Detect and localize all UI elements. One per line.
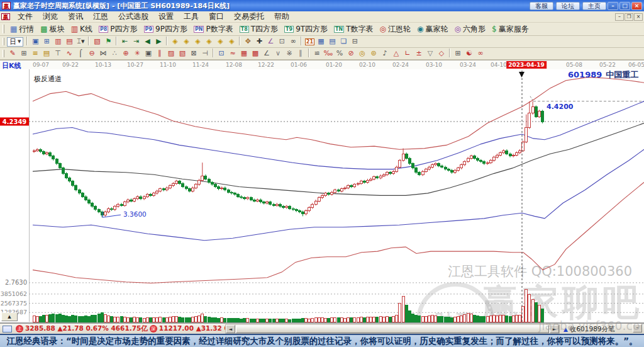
arc-tool-icon[interactable]: ∿ bbox=[64, 48, 75, 59]
save-icon[interactable]: ❏ bbox=[338, 37, 349, 47]
volume-pane-toggle-button[interactable]: ▲ bbox=[1, 312, 18, 321]
toolbar-winner-wheel[interactable]: ◉ 赢家轮 bbox=[414, 23, 451, 35]
measure-tool-icon[interactable]: ∠ bbox=[265, 37, 276, 47]
pattern-tool-icon[interactable]: ▦ bbox=[238, 48, 250, 59]
percent-tool-icon[interactable]: % bbox=[334, 48, 345, 59]
menu-item[interactable]: 文件 bbox=[13, 11, 38, 23]
percent-line-tool-icon[interactable]: ⊘ bbox=[345, 48, 357, 59]
toolbar-9p-square[interactable]: P9 9P四方形 bbox=[141, 23, 191, 35]
ref-mark-tool-icon[interactable]: ※ bbox=[284, 48, 295, 59]
candle-style-dropdown[interactable]: ⌶▾ bbox=[75, 37, 86, 47]
toolbar-t-square[interactable]: T8 T四方形 bbox=[236, 23, 281, 35]
toolbar-kline[interactable]: ▥ K线 bbox=[68, 23, 96, 35]
diamond-center-icon[interactable]: ◈ bbox=[203, 37, 214, 47]
menu-item[interactable]: 交易委托 bbox=[229, 11, 269, 23]
circle-tool-icon[interactable]: ⊖ bbox=[86, 48, 97, 59]
calculator-icon[interactable]: ▦ bbox=[315, 37, 326, 47]
fan-tool-icon[interactable]: ≈ bbox=[227, 48, 238, 59]
kline-chart-icon[interactable]: ▤ bbox=[64, 37, 75, 47]
tick-data-link[interactable]: ▲ 收601989分笔 bbox=[564, 325, 615, 334]
mdi-minimize-button[interactable]: – bbox=[615, 13, 624, 21]
toolbar-gann-wheel[interactable]: ◎ 江恩轮 bbox=[377, 23, 414, 35]
titlebar-link-button[interactable]: 论坛 bbox=[556, 2, 580, 10]
first-bar-icon[interactable]: ⇤ bbox=[119, 37, 130, 47]
tick-tool-icon[interactable]: ⊣ bbox=[199, 48, 211, 59]
tower2-tool-icon[interactable]: ▧ bbox=[177, 48, 188, 59]
close-button[interactable]: × bbox=[631, 2, 642, 10]
scroll-left-button[interactable]: ◄ bbox=[226, 325, 235, 333]
right-angle-tool-icon[interactable]: ∟ bbox=[402, 48, 413, 59]
permille-tool-icon[interactable]: ‰ bbox=[323, 48, 334, 59]
menu-item[interactable]: 窗口 bbox=[204, 11, 229, 23]
frame-tool-icon[interactable]: ⊡ bbox=[216, 48, 227, 59]
menu-item[interactable]: 江恩 bbox=[88, 11, 113, 23]
menu-item[interactable]: 浏览 bbox=[38, 11, 63, 23]
dots-tool-icon[interactable]: ∴ bbox=[109, 48, 120, 59]
infinity-tool-icon[interactable]: ∞ bbox=[475, 48, 486, 59]
menu-item[interactable]: 设置 bbox=[153, 11, 179, 23]
next-bar-icon[interactable]: ▶ bbox=[153, 37, 164, 47]
toolbar-p-table[interactable]: PN P数字表 bbox=[191, 23, 236, 35]
prev-bar-icon[interactable]: ◀ bbox=[142, 37, 153, 47]
angle-tool-icon[interactable]: ∠ bbox=[261, 48, 272, 59]
diamond-tool-icon[interactable]: ◇ bbox=[436, 48, 447, 59]
titlebar-link-button[interactable]: 主页 bbox=[582, 2, 606, 10]
bowtie-tool-icon[interactable]: ⋈ bbox=[97, 48, 109, 59]
menu-item[interactable]: 工具 bbox=[179, 11, 204, 23]
tri-down-tool-icon[interactable]: ▽ bbox=[425, 48, 436, 59]
pane-collapse-button[interactable]: – bbox=[633, 324, 642, 333]
scrollbar-thumb[interactable] bbox=[236, 325, 549, 333]
shanghai-index-quote[interactable]: 3285.88 ▲21.78 0.67% 4661.75亿 bbox=[25, 324, 148, 333]
diamond-nav-right-icon[interactable]: ◈ bbox=[180, 37, 192, 47]
toolbar-t-table[interactable]: TN T数字表 bbox=[331, 23, 377, 35]
diamond-vshrink-icon[interactable]: ◈ bbox=[226, 37, 237, 47]
menu-item[interactable]: 资讯 bbox=[63, 11, 88, 23]
target-tool-icon[interactable]: ⊕ bbox=[120, 48, 131, 59]
diamond-nav-left-icon[interactable]: ◈ bbox=[169, 37, 180, 47]
pattern-box-icon[interactable]: ⊡ bbox=[276, 37, 287, 47]
minimize-button[interactable]: – bbox=[608, 2, 618, 10]
toolbar-hexagon[interactable]: ◎ 六角形 bbox=[452, 23, 489, 35]
lines-tool-icon[interactable]: ∥ bbox=[295, 48, 306, 59]
parallel-tool-icon[interactable]: ∥ bbox=[154, 48, 165, 59]
binoculars-icon[interactable]: ∞ bbox=[287, 37, 299, 47]
yinyang-tool-icon[interactable]: ☯ bbox=[464, 48, 475, 59]
gold-grid-tool-icon[interactable]: ▤ bbox=[41, 48, 52, 59]
signal-flag-icon[interactable]: ⚑ bbox=[103, 37, 114, 47]
tower-tool-icon[interactable]: ▨ bbox=[165, 48, 177, 59]
congruence-tool-icon[interactable]: ≌ bbox=[311, 48, 323, 59]
titlebar-link-button[interactable]: 客服 bbox=[530, 2, 553, 10]
gold-circle2-tool-icon[interactable]: ⊚ bbox=[368, 48, 379, 59]
window-layout-icon[interactable]: ▣ bbox=[30, 37, 41, 47]
box-tool-icon[interactable]: ▣ bbox=[143, 48, 154, 59]
note-tool-icon[interactable]: ♪ bbox=[379, 48, 391, 59]
gann-square-tool-icon[interactable]: ⊞ bbox=[18, 48, 30, 59]
plusminus-tool-icon[interactable]: ± bbox=[413, 48, 425, 59]
scroll-right-button[interactable]: ► bbox=[550, 325, 559, 333]
mdi-restore-button[interactable]: ❐ bbox=[625, 13, 633, 21]
calendar-21-icon[interactable]: 21 bbox=[304, 37, 315, 47]
maximize-button[interactable]: □ bbox=[619, 2, 630, 10]
kline-red-icon[interactable]: ▥ bbox=[52, 37, 64, 47]
triangle-tool-icon[interactable]: △ bbox=[391, 48, 402, 59]
gold-circle-tool-icon[interactable]: ◎ bbox=[357, 48, 368, 59]
grid2-tool-icon[interactable]: ⊠ bbox=[188, 48, 199, 59]
toolbar-p-square[interactable]: P8 P四方形 bbox=[96, 23, 141, 35]
service-truck-icon[interactable]: ⊟ bbox=[349, 37, 360, 47]
wave-tool-icon[interactable]: ∨ bbox=[272, 48, 284, 59]
diamond-vexpand-icon[interactable]: ◈ bbox=[214, 37, 226, 47]
mdi-close-button[interactable]: × bbox=[634, 13, 643, 21]
star-tool-icon[interactable]: ✳ bbox=[131, 48, 143, 59]
toolbar-9t-square[interactable]: T9 9T四方形 bbox=[281, 23, 331, 35]
overlay-icon[interactable]: ▧ bbox=[91, 37, 103, 47]
pattern2-tool-icon[interactable]: ▩ bbox=[250, 48, 261, 59]
pen-tool-icon[interactable]: ✎ bbox=[7, 48, 18, 59]
gold-ratio-tool-icon[interactable]: ≡ bbox=[30, 48, 41, 59]
period-dropdown[interactable]: 日 ▼ bbox=[7, 37, 23, 47]
level-tool-icon[interactable]: ⊤ bbox=[52, 48, 64, 59]
toolbar-quotes[interactable]: ▦ 行情 bbox=[7, 23, 37, 35]
crosshair-tool-icon[interactable]: ✚ bbox=[253, 37, 265, 47]
spiral-tool-icon[interactable]: ⌠ bbox=[75, 48, 86, 59]
menu-item[interactable]: 帮助 bbox=[269, 11, 294, 23]
horizontal-scrollbar[interactable]: ◄ ► bbox=[225, 324, 560, 334]
